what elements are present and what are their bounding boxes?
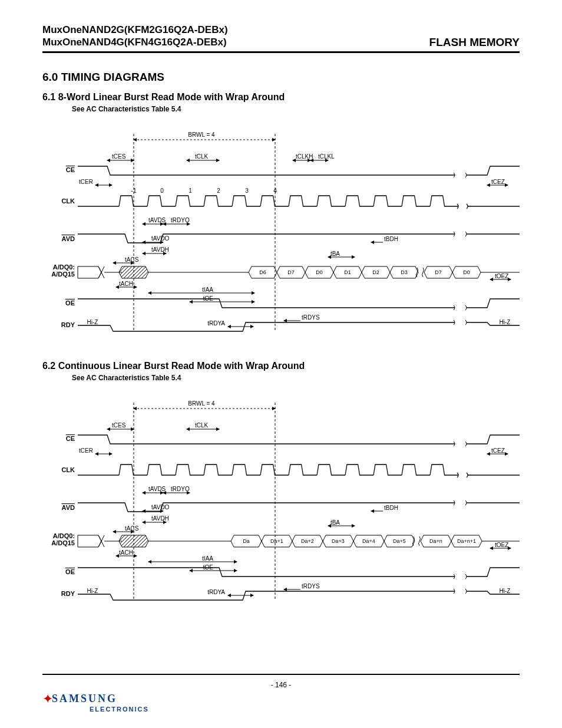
t-iaa: tIAA bbox=[202, 286, 213, 293]
t-rdyo: tRDYO bbox=[171, 217, 190, 223]
t-rdys: tRDYS bbox=[302, 314, 320, 321]
clk-label: CLK bbox=[61, 197, 75, 205]
t-avdh-2: tAVDH bbox=[151, 515, 169, 522]
ac-note-2: See AC Characteristics Table 5.4 bbox=[72, 374, 520, 382]
header-line1: MuxOneNAND2G(KFM2G16Q2A-DEBx) bbox=[42, 24, 228, 36]
t-avdo-2: tAVDO bbox=[151, 504, 170, 510]
logo-sub: ELECTRONICS bbox=[90, 706, 520, 713]
t-oe: tOE bbox=[203, 295, 214, 302]
adq-label-2a: A/DQ0: bbox=[53, 532, 75, 539]
t-avds: tAVDS bbox=[148, 217, 166, 223]
t-acs: tACS bbox=[125, 256, 139, 263]
rdy-label-2: RDY bbox=[61, 590, 75, 597]
t-cez-2: tCEZ bbox=[491, 447, 505, 454]
avd-label-2: AVD bbox=[62, 504, 75, 511]
brwl-label-2: BRWL = 4 bbox=[188, 400, 215, 407]
data-cell: Da+n bbox=[429, 538, 442, 544]
t-clkh: tCLKH bbox=[296, 153, 313, 160]
subsection-6-1-title: 6.1 8-Word Linear Burst Read Mode with W… bbox=[42, 92, 520, 103]
clk-num-2: 2 bbox=[217, 187, 220, 194]
t-avds-2: tAVDS bbox=[148, 486, 166, 492]
data-cell: Da+n+1 bbox=[457, 538, 476, 544]
clk-wave-2 bbox=[78, 465, 520, 477]
t-ces: tCES bbox=[112, 153, 126, 160]
t-cer: tCER bbox=[79, 179, 93, 185]
header-right: FLASH MEMORY bbox=[429, 36, 520, 49]
t-ba-2: tBA bbox=[330, 519, 340, 526]
clk-label-2: CLK bbox=[61, 466, 75, 473]
oe-label: OE bbox=[65, 299, 75, 307]
t-bdh-2: tBDH bbox=[384, 505, 398, 511]
t-rdys-2: tRDYS bbox=[302, 583, 320, 589]
adq-label2: A/DQ15 bbox=[51, 271, 75, 278]
page-number: - 146 - bbox=[42, 681, 520, 689]
clk-num-3: 3 bbox=[245, 187, 249, 194]
data-cell: D6 bbox=[259, 269, 266, 275]
t-cez: tCEZ bbox=[491, 179, 505, 185]
data-cell: D0 bbox=[463, 269, 470, 275]
timing-diagram-1-svg: BRWL = 4 tCES tCLK tCLKH tCLKL CE tCER t… bbox=[42, 119, 520, 337]
ac-note-1: See AC Characteristics Table 5.4 bbox=[72, 105, 520, 113]
timing-diagram-2: BRWL = 4 tCES tCLK CE tCER tCEZ CLK AVD … bbox=[42, 388, 520, 606]
t-clk: tCLK bbox=[195, 153, 209, 160]
data-cell: D2 bbox=[372, 269, 379, 275]
header-block: MuxOneNAND2G(KFM2G16Q2A-DEBx) MuxOneNAND… bbox=[42, 24, 520, 53]
rdy-label: RDY bbox=[61, 321, 75, 328]
t-clk-2: tCLK bbox=[195, 422, 209, 429]
data-cell: D7 bbox=[287, 269, 295, 275]
data-cell: Da bbox=[243, 538, 250, 544]
data-cell: Da+5 bbox=[393, 538, 406, 544]
data-cell: Da+4 bbox=[362, 538, 375, 544]
oe-label-2: OE bbox=[65, 568, 75, 575]
t-ba: tBA bbox=[330, 251, 340, 257]
clk-num-1: 1 bbox=[189, 187, 192, 194]
t-avdo: tAVDO bbox=[151, 235, 170, 242]
footer: - 146 - ✦SAMSUNG ELECTRONICS bbox=[42, 674, 520, 713]
adq-label: A/DQ0: bbox=[53, 263, 75, 271]
t-rdya: tRDYA bbox=[207, 320, 225, 327]
t-ces-2: tCES bbox=[112, 422, 126, 429]
timing-diagram-1: BRWL = 4 tCES tCLK tCLKH tCLKL CE tCER t… bbox=[42, 119, 520, 337]
t-rdyo-2: tRDYO bbox=[171, 486, 190, 492]
avd-label: AVD bbox=[62, 235, 75, 242]
t-acs-2: tACS bbox=[125, 525, 139, 532]
clk-num-0: 0 bbox=[160, 187, 164, 194]
t-rdya-2: tRDYA bbox=[207, 589, 225, 595]
clk-num--1: -1 bbox=[131, 187, 137, 194]
adq-label-2b: A/DQ15 bbox=[51, 539, 75, 546]
ce-label: CE bbox=[66, 166, 75, 173]
t-iaa-2: tIAA bbox=[202, 555, 213, 562]
logo-main: SAMSUNG bbox=[52, 693, 117, 704]
data-cell: D0 bbox=[316, 269, 323, 275]
header-left: MuxOneNAND2G(KFM2G16Q2A-DEBx) MuxOneNAND… bbox=[42, 24, 228, 49]
clk-wave bbox=[78, 196, 520, 209]
hiz-left: Hi-Z bbox=[87, 319, 98, 325]
brwl-label: BRWL = 4 bbox=[188, 131, 215, 138]
t-oe-2: tOE bbox=[203, 564, 214, 571]
header-line2: MuxOneNAND4G(KFN4G16Q2A-DEBx) bbox=[42, 36, 228, 48]
samsung-logo: ✦SAMSUNG ELECTRONICS bbox=[42, 691, 520, 713]
section-title: 6.0 TIMING DIAGRAMS bbox=[42, 71, 520, 84]
t-ach: tACH bbox=[119, 281, 133, 287]
subsection-6-2-title: 6.2 Continuous Linear Burst Read Mode wi… bbox=[42, 361, 520, 371]
t-bdh: tBDH bbox=[384, 236, 398, 242]
t-cer-2: tCER bbox=[79, 447, 93, 454]
data-cell: Da+1 bbox=[270, 538, 283, 544]
t-clkl: tCLKL bbox=[318, 153, 335, 160]
hiz-right: Hi-Z bbox=[500, 319, 511, 325]
t-avdh: tAVDH bbox=[151, 246, 169, 253]
data-cell: Da+3 bbox=[332, 538, 345, 544]
data-cell: Da+2 bbox=[301, 538, 314, 544]
timing-diagram-2-svg: BRWL = 4 tCES tCLK CE tCER tCEZ CLK AVD … bbox=[42, 388, 520, 606]
hiz-left-2: Hi-Z bbox=[87, 588, 98, 594]
data-cell: D1 bbox=[344, 269, 351, 275]
clk-num-4: 4 bbox=[273, 187, 277, 194]
ce-label-2: CE bbox=[66, 435, 75, 442]
data-cell: D7 bbox=[435, 269, 442, 275]
data-cell: D3 bbox=[401, 269, 408, 275]
t-oez: tOEZ bbox=[495, 273, 508, 279]
hiz-right-2: Hi-Z bbox=[500, 588, 511, 594]
t-oez-2: tOEZ bbox=[495, 542, 508, 548]
t-ach-2: tACH bbox=[119, 549, 133, 556]
page: MuxOneNAND2G(KFM2G16Q2A-DEBx) MuxOneNAND… bbox=[0, 0, 562, 728]
